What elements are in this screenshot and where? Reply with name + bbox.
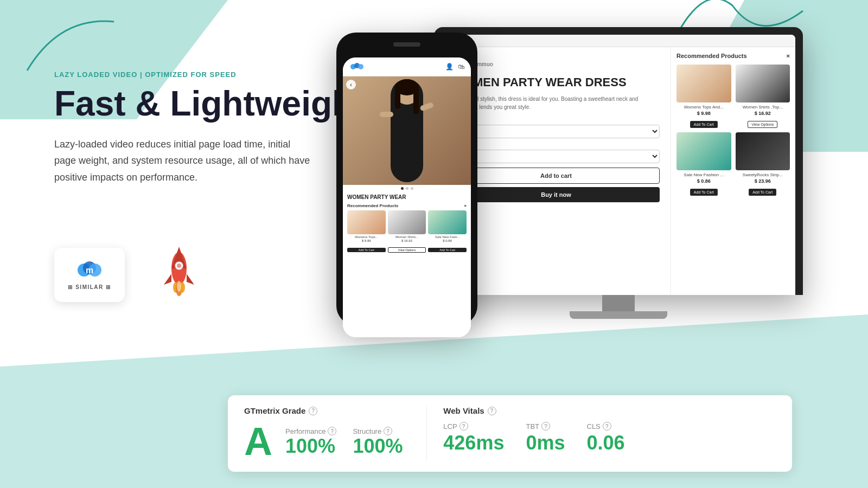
- lcp-value: 426ms: [443, 432, 504, 454]
- monitor-product-desc: Comfy and stylish, this dress is ideal f…: [452, 95, 660, 111]
- monitor-color-label: Color: [452, 143, 660, 148]
- svg-text:m: m: [86, 266, 93, 275]
- cls-value: 0.06: [587, 432, 625, 454]
- phone-user-icon: 👤: [445, 63, 454, 70]
- web-vitals-help-icon[interactable]: ?: [488, 407, 496, 415]
- monitor-rec-card-2: Women Shirts ,Top... $ 16.92 View Option…: [736, 65, 790, 128]
- monitor-rec-panel-title: Recommended Products ×: [676, 53, 790, 59]
- gtmetrix-title: GTmetrix Grade ?: [244, 406, 410, 415]
- phone-store-logo: [349, 62, 365, 72]
- monitor-size-select[interactable]: S M L XL: [452, 125, 660, 138]
- rocket-svg: [157, 244, 201, 298]
- performance-help-icon[interactable]: ?: [328, 427, 336, 435]
- tbt-help-icon[interactable]: ?: [541, 422, 550, 431]
- monitor-buy-now-button[interactable]: Buy it now: [452, 187, 660, 202]
- phone-rec-img-3: [428, 210, 467, 234]
- web-vitals-grid: LCP ? 426ms TBT ? 0ms CLS ?: [443, 422, 776, 454]
- monitor-product-title: WOMEN PARTY WEAR DRESS: [452, 75, 660, 89]
- phone-back-btn[interactable]: ‹: [346, 80, 356, 89]
- monitor-mockup: mmmuo WOMEN PARTY WEAR DRESS Comfy and s…: [434, 27, 803, 319]
- monitor-rec-add-cart-1[interactable]: Add To Cart: [690, 121, 718, 128]
- svg-point-16: [358, 64, 363, 69]
- page: LAZY LOADED VIDEO | OPTIMIZED FOR SPEED …: [0, 0, 868, 488]
- monitor-store-logo: mmmuo: [452, 58, 660, 70]
- tbt-label: TBT ?: [526, 422, 565, 431]
- monitor-rec-img-2: [736, 65, 790, 102]
- monitor-rec-view-options-2[interactable]: View Options: [748, 121, 777, 128]
- monitor-recommended-panel: Recommended Products × Womens Tops And..…: [671, 47, 795, 295]
- monitor-rec-add-cart-3[interactable]: Add To Cart: [690, 189, 718, 196]
- cls-help-icon[interactable]: ?: [603, 422, 611, 431]
- similar-label: ⊞ SIMILAR ⊞: [68, 284, 111, 290]
- phone-rec-img-2: [388, 210, 426, 234]
- monitor-rec-card-4: SweetyRocks Strip... $ 23.96 Add To Cart: [736, 132, 790, 196]
- phone-rec-btn-3[interactable]: Add To Cart: [428, 248, 467, 252]
- svg-point-13: [177, 281, 181, 292]
- gtmetrix-section: GTmetrix Grade ? A Performance ? 100%: [244, 406, 427, 461]
- hero-subtitle: LAZY LOADED VIDEO | OPTIMIZED FOR SPEED: [54, 70, 369, 79]
- phone-product-title: WOMEN PARTY WEAR: [343, 192, 471, 201]
- grade-row: A Performance ? 100% Structure ?: [244, 422, 410, 461]
- m-logo-svg: m: [76, 259, 103, 281]
- tbt-metric: TBT ? 0ms: [526, 422, 565, 454]
- monitor-stand: [434, 295, 803, 319]
- svg-marker-9: [187, 274, 194, 285]
- phone-screen: 👤 🛍 ‹: [343, 57, 471, 337]
- performance-value: 100%: [285, 436, 336, 456]
- monitor-screen-wrapper: mmmuo WOMEN PARTY WEAR DRESS Comfy and s…: [434, 27, 803, 295]
- monitor-add-cart-button[interactable]: Add to cart: [452, 168, 660, 184]
- performance-metric: Performance ? 100%: [285, 427, 336, 456]
- monitor-rec-img-1: [676, 65, 731, 102]
- similar-logo-box: m ⊞ SIMILAR ⊞: [54, 248, 125, 302]
- cls-label: CLS ?: [587, 422, 625, 431]
- phone-nav-dots: [343, 185, 471, 192]
- monitor-rec-card-3: Sale New Fashion ... $ 0.86 Add To Cart: [676, 132, 731, 196]
- structure-metric: Structure ? 100%: [353, 427, 403, 456]
- phone-woman-figure: [374, 79, 439, 182]
- lcp-metric: LCP ? 426ms: [443, 422, 504, 454]
- monitor-color-select[interactable]: BLACK WHITE RED: [452, 150, 660, 163]
- gtmetrix-grade: A: [244, 422, 272, 461]
- monitor-screen: mmmuo WOMEN PARTY WEAR DRESS Comfy and s…: [442, 35, 795, 295]
- hero-title: Fast & Lightweight: [54, 84, 369, 124]
- logo-area: m ⊞ SIMILAR ⊞: [54, 244, 201, 305]
- hero-description: Lazy-loaded video reduces initial page l…: [54, 136, 315, 186]
- monitor-rec-img-3: [676, 132, 731, 170]
- phone-recommended-section: Recommended Products × Womens Tops... $ …: [343, 201, 471, 337]
- phone-product-image: ‹: [343, 76, 471, 185]
- lcp-help-icon[interactable]: ?: [459, 422, 468, 431]
- phone-mockup: 👤 🛍 ‹: [336, 33, 477, 325]
- web-vitals-title: Web Vitals ?: [443, 406, 776, 415]
- phone-rec-item-3: Sale New Fash... $ 0.86 Add To Cart: [428, 210, 467, 253]
- svg-point-7: [177, 264, 181, 268]
- phone-dot-1: [401, 187, 404, 190]
- monitor-size-label: Size: [452, 118, 660, 123]
- structure-value: 100%: [353, 436, 403, 456]
- monitor-neck: [602, 295, 635, 311]
- phone-rec-item-2: Woman Shirts... $ 16.92 View Options: [388, 210, 426, 253]
- phone-header: 👤 🛍: [343, 57, 471, 76]
- rocket-graphic: [157, 244, 201, 305]
- performance-label: Performance ?: [285, 427, 336, 435]
- web-vitals-section: Web Vitals ? LCP ? 426ms TBT ? 0ms: [427, 406, 776, 461]
- lcp-label: LCP ?: [443, 422, 504, 431]
- svg-rect-20: [395, 87, 400, 109]
- phone-rec-title: Recommended Products ×: [347, 203, 467, 208]
- structure-help-icon[interactable]: ?: [384, 427, 392, 435]
- phone-rec-btn-1[interactable]: Add To Cart: [347, 248, 386, 252]
- svg-rect-21: [413, 87, 419, 114]
- monitor-rec-card-1: Womens Tops And... $ 9.98 Add To Cart: [676, 65, 731, 128]
- monitor-rec-close[interactable]: ×: [787, 53, 790, 59]
- phone-bag-icon: 🛍: [458, 63, 464, 70]
- metrics-panel: GTmetrix Grade ? A Performance ? 100%: [228, 395, 792, 472]
- phone-rec-grid: Womens Tops... $ 9.99 Add To Cart Woman …: [347, 210, 467, 253]
- svg-marker-8: [164, 274, 171, 285]
- structure-label: Structure ?: [353, 427, 403, 435]
- phone-notch: [385, 42, 429, 54]
- performance-stats: Performance ? 100% Structure ? 100%: [285, 427, 403, 456]
- gtmetrix-help-icon[interactable]: ?: [309, 407, 317, 415]
- phone-dot-3: [411, 187, 413, 190]
- phone-rec-btn-2[interactable]: View Options: [388, 247, 426, 253]
- monitor-rec-add-cart-4[interactable]: Add To Cart: [749, 189, 776, 196]
- svg-rect-22: [380, 112, 393, 117]
